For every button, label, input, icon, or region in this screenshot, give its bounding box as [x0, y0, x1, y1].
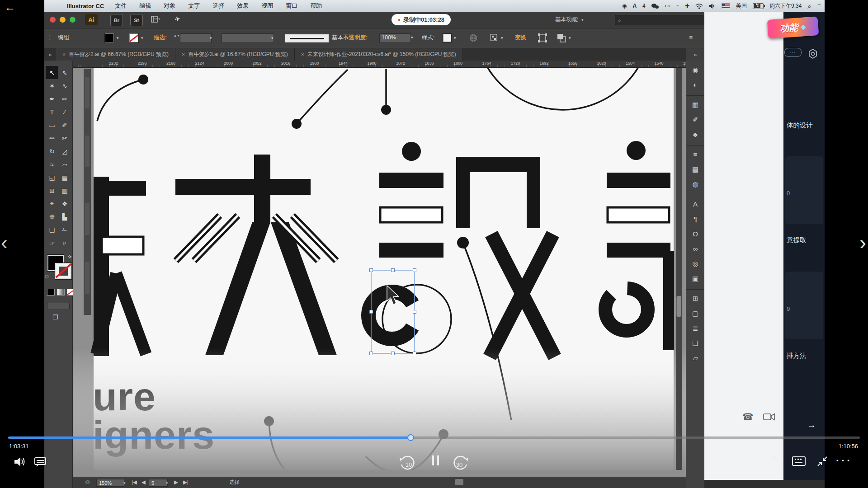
document-tab[interactable]: × 百牛贺岁3.ai @ 16.67% (RGB/GPU 预览) [175, 48, 295, 61]
time-machine-icon[interactable]: ◔ [676, 3, 679, 9]
code-icon[interactable]: ‹·› [665, 3, 670, 9]
gradient-button[interactable] [57, 289, 65, 296]
color-button[interactable] [47, 289, 55, 296]
opacity-caret-icon[interactable]: ▸ [411, 35, 414, 39]
panel-menu-icon[interactable]: ≡ [689, 34, 693, 41]
dock-collapse-icon[interactable]: « [686, 48, 704, 61]
zoom-tool[interactable]: ⌕ [58, 236, 71, 249]
arrange-documents-icon[interactable] [151, 16, 160, 23]
pathfinder-panel-icon[interactable]: ⊞ [686, 291, 704, 306]
volume-button[interactable] [14, 456, 26, 467]
pencil-tool[interactable]: ✏ [46, 131, 58, 145]
libraries-panel-icon[interactable]: ∞ [686, 241, 704, 256]
stroke-color-swatch[interactable] [129, 33, 138, 42]
zoom-level-field[interactable]: 150% [96, 479, 124, 487]
color-panel-icon[interactable]: ◉ [686, 62, 704, 77]
line-tool[interactable]: ∕ [58, 105, 71, 118]
transparency-panel-icon[interactable]: ◍ [686, 177, 704, 192]
zoom-caret-icon[interactable]: ▾ [123, 481, 126, 485]
color-guide-panel-icon[interactable]: ◐ [686, 77, 704, 92]
opacity-label[interactable]: 不透明度: [343, 34, 368, 42]
menu-item[interactable]: 视图 [255, 2, 279, 10]
brushes-panel-icon[interactable]: ✐ [686, 112, 704, 127]
more-options-pill[interactable]: ··· [784, 48, 802, 57]
tab-scroll-left-icon[interactable]: « [44, 48, 56, 61]
symbols-panel-icon[interactable]: ♣ [686, 127, 704, 142]
next-artboard-button[interactable]: ▶ [174, 479, 178, 485]
pen-tool[interactable]: ✒ [46, 92, 58, 105]
separator[interactable] [686, 92, 704, 96]
style-swatch[interactable] [443, 34, 451, 42]
hand-tool[interactable]: ☞ [46, 236, 58, 249]
fill-caret-icon[interactable]: ▾ [117, 36, 119, 40]
style-label[interactable]: 样式: [422, 34, 434, 42]
paintbrush-tool[interactable]: ✐ [58, 118, 71, 131]
rotate-tool[interactable]: ↻ [46, 145, 58, 158]
lesson-title[interactable]: 排方法 [787, 352, 807, 360]
artboard-number-field[interactable]: 5 [149, 479, 168, 487]
move-icon[interactable]: ✚ [685, 3, 689, 9]
screen-mode-button[interactable]: ❐ [52, 314, 58, 321]
close-window-button[interactable] [50, 17, 56, 23]
graphic-styles-panel-icon[interactable]: ▣ [686, 271, 704, 286]
menu-item[interactable]: 选择 [206, 2, 231, 10]
artboard-caret-icon[interactable]: ▾ [166, 481, 168, 485]
keyboard-button[interactable] [792, 456, 806, 466]
perspective-grid-tool[interactable]: ▦ [58, 171, 71, 184]
shape-mode-caret-icon[interactable]: ▾ [569, 36, 571, 40]
progress-bar[interactable] [8, 436, 860, 439]
separator[interactable] [686, 192, 704, 195]
magic-wand-tool[interactable]: ✶ [46, 79, 58, 92]
export-status-icon[interactable]: ⎙ [85, 479, 90, 485]
prev-artboard-button[interactable]: ◀ [142, 479, 146, 485]
stroke-stepper[interactable]: ▲▼ [174, 34, 180, 37]
gradient-tool[interactable]: ▥ [58, 184, 71, 197]
character-panel-icon[interactable]: A [686, 197, 704, 211]
scissors-tool[interactable]: ✂ [58, 131, 71, 145]
battery-icon[interactable]: ↯ [753, 3, 764, 9]
back-button[interactable]: ← [5, 1, 15, 14]
draw-mode-buttons[interactable] [47, 303, 70, 310]
illustrator-search-field[interactable]: ⌕ [615, 15, 707, 25]
lasso-tool[interactable]: ∿ [58, 79, 71, 92]
opentype-panel-icon[interactable]: O [686, 226, 704, 241]
stroke-weight-label[interactable]: 描边: [154, 34, 167, 42]
workspace-switcher[interactable]: 基本功能 ▾ [555, 16, 584, 23]
lesson-title[interactable]: 体的设计 [787, 121, 813, 130]
align-options-icon[interactable] [490, 34, 498, 42]
adobe-icon[interactable]: A [632, 3, 637, 9]
menu-item[interactable]: 文字 [182, 2, 206, 10]
brush-definition-field[interactable] [222, 33, 274, 43]
layers-panel-icon[interactable]: ❏ [686, 336, 704, 351]
promo-badge[interactable]: 功能 ◆ [767, 16, 819, 39]
menu-item[interactable]: 帮助 [304, 2, 328, 10]
eyedropper-tool[interactable]: ⌖ [46, 197, 58, 210]
width-tool[interactable]: ≈ [46, 158, 58, 171]
shape-mode-icon[interactable] [557, 33, 566, 42]
curvature-tool[interactable]: ✑ [58, 92, 71, 105]
last-artboard-button[interactable]: ▶| [183, 479, 189, 485]
wechat-icon[interactable] [651, 4, 659, 9]
align-panel-icon[interactable]: ≣ [686, 321, 704, 336]
pause-button[interactable] [430, 455, 440, 467]
previous-video-button[interactable]: ‹ [1, 231, 8, 254]
stock-button[interactable]: St [130, 14, 143, 26]
stroke-style-label[interactable]: 基本 [332, 34, 343, 42]
wifi-icon[interactable] [695, 3, 703, 9]
spotlight-search-icon[interactable]: ⌕ [807, 3, 811, 9]
first-artboard-button[interactable]: |◀ [132, 479, 137, 485]
free-transform-tool[interactable]: ▱ [58, 158, 71, 171]
brush-caret-icon[interactable]: ▾ [271, 36, 274, 40]
close-tab-icon[interactable]: × [182, 52, 185, 58]
symbol-sprayer-tool[interactable]: ❉ [46, 210, 58, 223]
input-source-label[interactable]: 美国 [736, 3, 747, 9]
menu-item[interactable]: 编辑 [133, 2, 157, 10]
appearance-panel-icon[interactable]: ◎ [686, 256, 704, 271]
shape-builder-tool[interactable]: ◱ [46, 171, 58, 184]
menu-app-name[interactable]: Illustrator CC [67, 3, 104, 9]
separator[interactable] [686, 142, 704, 145]
menu-item[interactable]: 对象 [157, 2, 182, 10]
column-graph-tool[interactable]: ▙ [58, 210, 71, 223]
stroke-weight-caret-icon[interactable]: ▾ [210, 36, 212, 40]
align-caret-icon[interactable]: ▾ [501, 36, 503, 40]
